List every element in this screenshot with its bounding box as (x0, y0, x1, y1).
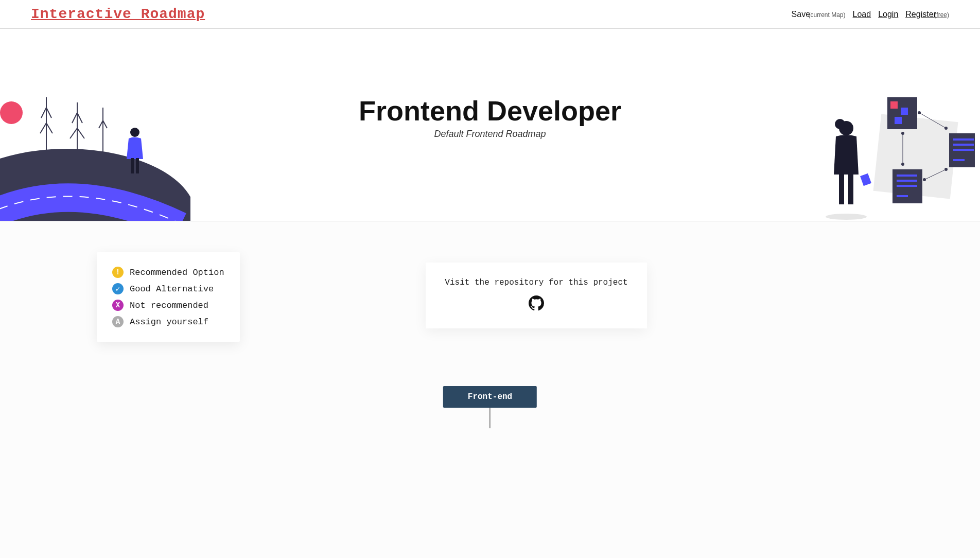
legend-item-recommended: ! Recommended Option (112, 267, 224, 278)
legend-badge-icon: X (112, 300, 124, 311)
svg-point-1 (0, 101, 23, 124)
save-sublabel: (current Map) (809, 11, 846, 19)
save-label: Save (792, 10, 810, 19)
svg-rect-33 (860, 173, 871, 186)
header: Interactive Roadmap Save (current Map) L… (0, 0, 980, 29)
legend-card: ! Recommended Option ✓ Good Alternative … (97, 252, 240, 342)
hero-right-illustration (820, 87, 975, 221)
logo[interactable]: Interactive Roadmap (31, 6, 205, 22)
legend-label: Good Alternative (130, 284, 214, 294)
legend-badge-icon: ! (112, 267, 124, 278)
svg-point-25 (944, 168, 948, 171)
content: ! Recommended Option ✓ Good Alternative … (0, 221, 980, 479)
repo-text: Visit the repository for this project (436, 278, 637, 287)
github-icon (529, 295, 544, 311)
svg-point-28 (901, 163, 904, 166)
login-link[interactable]: Login (878, 10, 898, 19)
save-link[interactable]: Save (current Map) (792, 10, 846, 19)
roadmap-root-node[interactable]: Front-end (443, 386, 537, 408)
svg-rect-32 (848, 173, 853, 204)
legend-badge-icon: A (112, 316, 124, 327)
legend-label: Not recommended (130, 301, 208, 310)
register-sublabel: (free) (934, 11, 949, 19)
person-icon (826, 119, 871, 220)
legend-item-not-recommended: X Not recommended (112, 300, 224, 311)
svg-point-21 (918, 111, 921, 114)
svg-point-2 (130, 128, 139, 137)
legend-label: Assign yourself (130, 317, 208, 327)
svg-rect-31 (839, 173, 844, 204)
svg-point-27 (901, 132, 904, 135)
hero-subtitle: Default Frontend Roadmap (434, 129, 546, 140)
load-link[interactable]: Load (853, 10, 871, 19)
legend-label: Recommended Option (130, 268, 224, 277)
repo-card[interactable]: Visit the repository for this project (426, 263, 647, 328)
svg-rect-3 (131, 158, 134, 173)
svg-point-34 (826, 214, 867, 220)
svg-rect-8 (901, 108, 908, 115)
svg-rect-4 (136, 158, 139, 173)
register-link[interactable]: Register (free) (905, 10, 949, 19)
svg-point-24 (923, 178, 926, 181)
svg-rect-7 (890, 101, 898, 109)
hero-title: Frontend Developer (359, 95, 621, 127)
hero-left-illustration (0, 66, 190, 221)
svg-rect-9 (895, 117, 902, 124)
legend-item-assign: A Assign yourself (112, 316, 224, 327)
nav: Save (current Map) Load Login Register (… (792, 10, 949, 19)
svg-point-30 (835, 119, 845, 129)
legend-item-alternative: ✓ Good Alternative (112, 283, 224, 294)
hero: Frontend Developer Default Frontend Road… (0, 29, 980, 221)
register-label: Register (905, 10, 936, 19)
legend-badge-icon: ✓ (112, 283, 124, 294)
svg-point-22 (944, 127, 948, 130)
roadmap-start: Front-end (443, 386, 537, 428)
roadmap-connector (489, 408, 491, 428)
